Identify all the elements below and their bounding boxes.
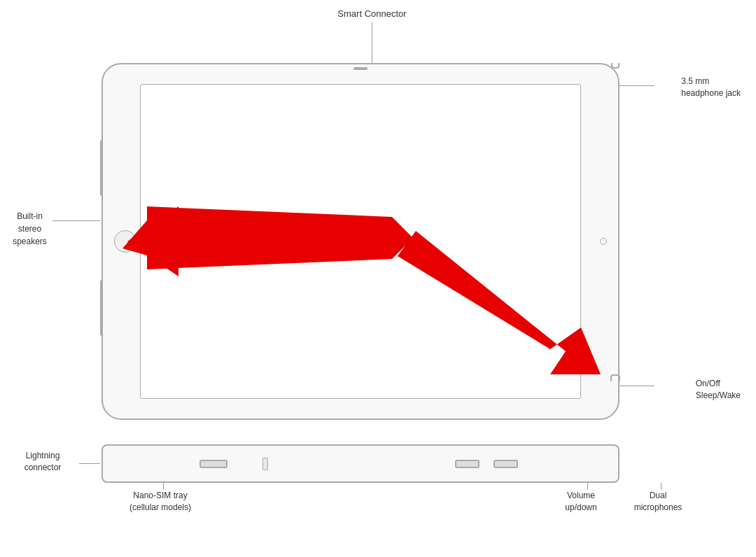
smart-connector-dots bbox=[354, 67, 368, 70]
onoff-mark bbox=[610, 374, 620, 381]
ipad-screen bbox=[140, 84, 581, 399]
headphone-jack-mark bbox=[611, 63, 620, 69]
label-smart-connector: Smart Connector bbox=[321, 8, 423, 19]
ipad-bottom-view bbox=[102, 444, 620, 483]
line-speakers bbox=[52, 220, 100, 221]
line-lightning bbox=[79, 463, 100, 464]
line-smart-connector bbox=[372, 22, 372, 63]
label-volume: Volume up/down bbox=[556, 490, 606, 514]
home-button bbox=[114, 230, 136, 253]
label-microphones: Dual microphones bbox=[630, 490, 686, 514]
label-lightning: Lightning connector bbox=[8, 450, 78, 474]
line-headphone bbox=[620, 85, 654, 86]
line-onoff bbox=[620, 386, 654, 386]
right-sensor bbox=[600, 238, 607, 245]
volume-button-2 bbox=[493, 460, 518, 468]
ipad-front-view bbox=[102, 63, 620, 420]
volume-button-1 bbox=[455, 460, 479, 468]
line-volume bbox=[587, 483, 588, 490]
sim-tray bbox=[262, 458, 268, 470]
label-onoff: On/Off Sleep/Wake bbox=[696, 378, 741, 402]
ipad-bottom-body bbox=[102, 444, 620, 483]
lightning-port bbox=[200, 460, 227, 468]
diagram-container: Smart Connector 3.5 mm headphone jack Bu… bbox=[0, 0, 756, 557]
label-speakers: Built-in stereo speakers bbox=[7, 210, 52, 248]
line-microphones bbox=[661, 483, 662, 490]
line-nanosim bbox=[163, 483, 164, 490]
label-nanosim: Nano-SIM tray (cellular models) bbox=[130, 490, 191, 514]
label-headphone-jack: 3.5 mm headphone jack bbox=[681, 76, 741, 99]
